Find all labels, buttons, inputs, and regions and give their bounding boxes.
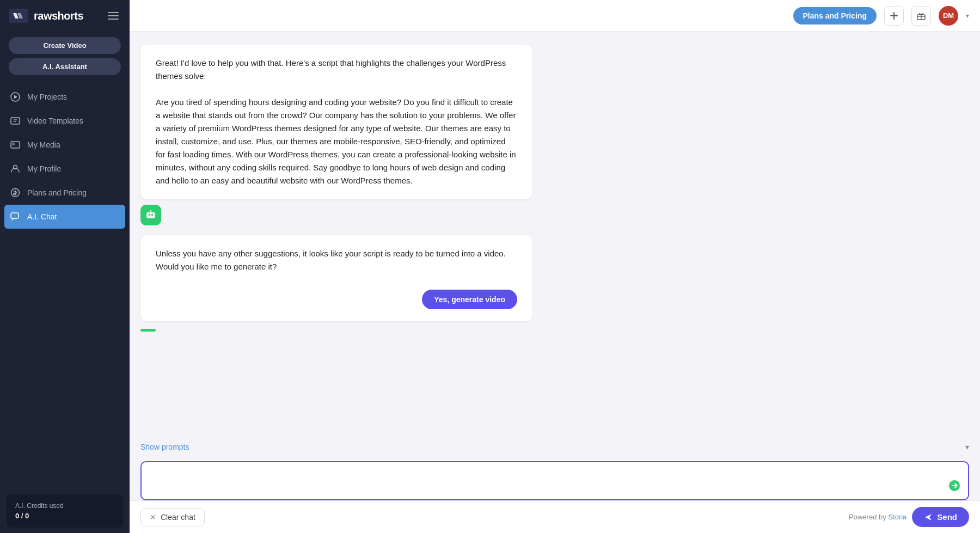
sidebar-item-label: My Profile	[27, 164, 61, 173]
sidebar-item-my-profile[interactable]: My Profile	[0, 157, 130, 181]
svg-rect-16	[151, 214, 153, 216]
show-prompts-chevron-icon: ▾	[965, 443, 969, 451]
send-label: Send	[937, 512, 957, 522]
my-media-icon	[10, 139, 21, 150]
sidebar-item-my-projects[interactable]: My Projects	[0, 85, 130, 109]
input-send-icon[interactable]	[948, 480, 961, 493]
svg-rect-14	[146, 212, 155, 218]
gift-icon-button[interactable]	[911, 6, 931, 26]
avatar-chevron-icon[interactable]: ▾	[966, 12, 969, 20]
sidebar-item-label: Video Templates	[27, 117, 83, 125]
svg-rect-10	[11, 213, 19, 218]
credits-panel: A.I. Credits used 0 / 0	[7, 494, 123, 528]
plus-icon	[890, 11, 898, 20]
chat-area: Great! I'd love to help you with that. H…	[130, 32, 980, 437]
add-icon-button[interactable]	[884, 6, 904, 26]
bottom-bar: ✕ Clear chat Powered by Storia Send	[130, 500, 980, 533]
clear-chat-button[interactable]: ✕ Clear chat	[140, 508, 205, 526]
svg-rect-3	[11, 118, 20, 124]
chat-text-2: Unless you have any other suggestions, i…	[156, 247, 517, 273]
sidebar-item-label: My Media	[27, 140, 60, 149]
ai-avatar-row-1	[140, 205, 161, 225]
gift-icon	[916, 11, 926, 21]
create-video-button[interactable]: Create Video	[9, 37, 121, 54]
my-projects-icon	[10, 91, 21, 102]
sidebar-item-label: Plans and Pricing	[27, 188, 87, 197]
chat-input-wrapper	[140, 461, 969, 500]
show-prompts-bar[interactable]: Show prompts ▾	[130, 437, 980, 457]
svg-rect-15	[149, 214, 150, 216]
logo-text: rawshorts	[34, 10, 83, 22]
svg-marker-2	[14, 95, 17, 99]
generate-video-button[interactable]: Yes, generate video	[422, 290, 517, 309]
my-profile-icon	[10, 163, 21, 174]
sidebar-item-plans-pricing[interactable]: Plans and Pricing	[0, 181, 130, 205]
chat-message-2: Unless you have any other suggestions, i…	[140, 235, 969, 332]
video-templates-icon	[10, 115, 21, 126]
sidebar: rawshorts Create Video A.I. Assistant My…	[0, 0, 130, 533]
chat-input[interactable]	[142, 462, 968, 497]
sidebar-header: rawshorts	[0, 0, 130, 32]
sidebar-item-label: A.I. Chat	[27, 212, 57, 221]
chat-message-1: Great! I'd love to help you with that. H…	[140, 45, 969, 225]
bot-icon	[145, 209, 157, 221]
hamburger-button[interactable]	[106, 10, 121, 22]
clear-chat-label: Clear chat	[161, 513, 195, 522]
ai-assistant-button[interactable]: A.I. Assistant	[9, 58, 121, 75]
ai-avatar-row-2	[140, 327, 156, 332]
sidebar-item-label: My Projects	[27, 93, 67, 101]
ai-indicator-bar	[140, 329, 156, 332]
credits-value: 0 / 0	[15, 512, 114, 520]
ai-bot-avatar	[140, 205, 161, 225]
credits-label: A.I. Credits used	[15, 502, 114, 510]
chat-text-1: Great! I'd love to help you with that. H…	[156, 57, 517, 187]
svg-point-17	[150, 210, 151, 211]
show-prompts-label: Show prompts	[140, 443, 189, 451]
svg-rect-7	[12, 143, 15, 145]
chat-bubble-1: Great! I'd love to help you with that. H…	[140, 45, 532, 199]
send-button[interactable]: Send	[912, 507, 969, 527]
user-avatar[interactable]: DM	[939, 6, 958, 26]
rawshorts-logo-icon	[9, 9, 28, 23]
storia-link[interactable]: Storia	[888, 513, 906, 521]
clear-chat-x-icon: ✕	[150, 513, 156, 522]
ai-chat-icon	[10, 211, 21, 222]
send-icon	[924, 513, 933, 522]
topbar: Plans and Pricing DM ▾	[130, 0, 980, 32]
sidebar-item-my-media[interactable]: My Media	[0, 133, 130, 157]
plans-pricing-icon	[10, 187, 21, 198]
sidebar-nav: My Projects Video Templates My Media	[0, 81, 130, 489]
plans-pricing-button[interactable]: Plans and Pricing	[793, 7, 877, 24]
sidebar-item-video-templates[interactable]: Video Templates	[0, 109, 130, 133]
main-content: Plans and Pricing DM ▾ Great! I'd love t…	[130, 0, 980, 533]
sidebar-actions: Create Video A.I. Assistant	[0, 32, 130, 81]
powered-by-text: Powered by Storia	[849, 513, 906, 521]
chat-input-area	[130, 457, 980, 500]
sidebar-item-ai-chat[interactable]: A.I. Chat	[4, 205, 125, 229]
chat-bubble-2: Unless you have any other suggestions, i…	[140, 235, 532, 321]
